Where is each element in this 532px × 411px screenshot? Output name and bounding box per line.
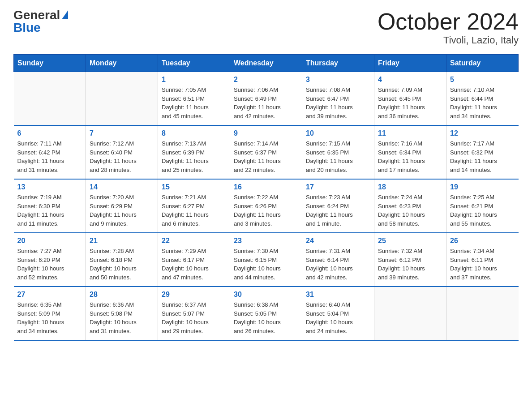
- logo-blue-text: Blue: [13, 21, 41, 34]
- day-number: 18: [378, 183, 442, 191]
- calendar-cell: 13Sunrise: 7:19 AM Sunset: 6:30 PM Dayli…: [14, 179, 86, 233]
- day-number: 1: [162, 76, 226, 84]
- calendar-cell: 20Sunrise: 7:27 AM Sunset: 6:20 PM Dayli…: [14, 233, 86, 287]
- calendar-cell: 2Sunrise: 7:06 AM Sunset: 6:49 PM Daylig…: [230, 72, 302, 126]
- weekday-header-monday: Monday: [86, 55, 158, 72]
- day-info: Sunrise: 6:40 AM Sunset: 5:04 PM Dayligh…: [306, 300, 370, 335]
- calendar-cell: 3Sunrise: 7:08 AM Sunset: 6:47 PM Daylig…: [302, 72, 374, 126]
- calendar-cell: [374, 287, 446, 340]
- day-number: 20: [17, 237, 82, 245]
- day-number: 24: [306, 237, 370, 245]
- calendar-cell: 22Sunrise: 7:29 AM Sunset: 6:17 PM Dayli…: [158, 233, 230, 287]
- calendar-cell: 23Sunrise: 7:30 AM Sunset: 6:15 PM Dayli…: [230, 233, 302, 287]
- day-number: 29: [162, 291, 226, 299]
- day-info: Sunrise: 7:32 AM Sunset: 6:12 PM Dayligh…: [378, 247, 442, 282]
- calendar-cell: 17Sunrise: 7:23 AM Sunset: 6:24 PM Dayli…: [302, 179, 374, 233]
- day-info: Sunrise: 7:24 AM Sunset: 6:23 PM Dayligh…: [378, 193, 442, 228]
- calendar-cell: 14Sunrise: 7:20 AM Sunset: 6:29 PM Dayli…: [86, 179, 158, 233]
- day-info: Sunrise: 7:22 AM Sunset: 6:26 PM Dayligh…: [234, 193, 298, 228]
- day-info: Sunrise: 7:05 AM Sunset: 6:51 PM Dayligh…: [162, 86, 226, 120]
- day-info: Sunrise: 7:15 AM Sunset: 6:35 PM Dayligh…: [306, 139, 370, 174]
- day-info: Sunrise: 7:14 AM Sunset: 6:37 PM Dayligh…: [234, 139, 298, 174]
- calendar-cell: 6Sunrise: 7:11 AM Sunset: 6:42 PM Daylig…: [14, 125, 86, 179]
- week-row-4: 20Sunrise: 7:27 AM Sunset: 6:20 PM Dayli…: [14, 233, 519, 287]
- calendar-cell: 21Sunrise: 7:28 AM Sunset: 6:18 PM Dayli…: [86, 233, 158, 287]
- day-number: 8: [162, 129, 226, 137]
- day-info: Sunrise: 7:31 AM Sunset: 6:14 PM Dayligh…: [306, 247, 370, 282]
- day-info: Sunrise: 7:28 AM Sunset: 6:18 PM Dayligh…: [90, 247, 154, 282]
- day-number: 25: [378, 237, 442, 245]
- day-info: Sunrise: 7:08 AM Sunset: 6:47 PM Dayligh…: [306, 86, 370, 120]
- day-number: 3: [306, 76, 370, 84]
- day-info: Sunrise: 7:25 AM Sunset: 6:21 PM Dayligh…: [450, 193, 515, 228]
- day-number: 17: [306, 183, 370, 191]
- day-number: 6: [17, 129, 82, 137]
- calendar-cell: 28Sunrise: 6:36 AM Sunset: 5:08 PM Dayli…: [86, 287, 158, 340]
- calendar-cell: 4Sunrise: 7:09 AM Sunset: 6:45 PM Daylig…: [374, 72, 446, 126]
- day-info: Sunrise: 7:12 AM Sunset: 6:40 PM Dayligh…: [90, 139, 154, 174]
- day-number: 31: [306, 291, 370, 299]
- day-number: 9: [234, 129, 298, 137]
- day-number: 2: [234, 76, 298, 84]
- day-info: Sunrise: 7:27 AM Sunset: 6:20 PM Dayligh…: [17, 247, 82, 282]
- day-number: 14: [90, 183, 154, 191]
- calendar-table: SundayMondayTuesdayWednesdayThursdayFrid…: [13, 54, 519, 341]
- day-number: 10: [306, 129, 370, 137]
- calendar-cell: [446, 287, 519, 340]
- month-title: October 2024: [378, 9, 519, 34]
- calendar-cell: 29Sunrise: 6:37 AM Sunset: 5:07 PM Dayli…: [158, 287, 230, 340]
- calendar-cell: [14, 72, 86, 126]
- weekday-header-row: SundayMondayTuesdayWednesdayThursdayFrid…: [14, 55, 519, 72]
- week-row-2: 6Sunrise: 7:11 AM Sunset: 6:42 PM Daylig…: [14, 125, 519, 179]
- page-header: General Blue October 2024 Tivoli, Lazio,…: [13, 9, 519, 46]
- logo: General Blue: [13, 9, 68, 34]
- logo-triangle-icon: [62, 10, 68, 19]
- day-number: 30: [234, 291, 298, 299]
- calendar-cell: 8Sunrise: 7:13 AM Sunset: 6:39 PM Daylig…: [158, 125, 230, 179]
- day-info: Sunrise: 6:36 AM Sunset: 5:08 PM Dayligh…: [90, 300, 154, 335]
- calendar-cell: 5Sunrise: 7:10 AM Sunset: 6:44 PM Daylig…: [446, 72, 519, 126]
- weekday-header-thursday: Thursday: [302, 55, 374, 72]
- calendar-cell: 30Sunrise: 6:38 AM Sunset: 5:05 PM Dayli…: [230, 287, 302, 340]
- day-number: 23: [234, 237, 298, 245]
- day-number: 22: [162, 237, 226, 245]
- day-info: Sunrise: 7:10 AM Sunset: 6:44 PM Dayligh…: [450, 86, 515, 120]
- day-number: 11: [378, 129, 442, 137]
- day-info: Sunrise: 7:13 AM Sunset: 6:39 PM Dayligh…: [162, 139, 226, 174]
- day-info: Sunrise: 6:38 AM Sunset: 5:05 PM Dayligh…: [234, 300, 298, 335]
- day-info: Sunrise: 7:34 AM Sunset: 6:11 PM Dayligh…: [450, 247, 515, 282]
- day-number: 13: [17, 183, 82, 191]
- logo-general-text: General: [13, 9, 60, 21]
- day-info: Sunrise: 7:23 AM Sunset: 6:24 PM Dayligh…: [306, 193, 370, 228]
- day-info: Sunrise: 7:17 AM Sunset: 6:32 PM Dayligh…: [450, 139, 515, 174]
- location: Tivoli, Lazio, Italy: [378, 34, 519, 46]
- day-info: Sunrise: 7:30 AM Sunset: 6:15 PM Dayligh…: [234, 247, 298, 282]
- day-info: Sunrise: 6:37 AM Sunset: 5:07 PM Dayligh…: [162, 300, 226, 335]
- weekday-header-sunday: Sunday: [14, 55, 86, 72]
- weekday-header-saturday: Saturday: [446, 55, 519, 72]
- day-number: 27: [17, 291, 82, 299]
- day-number: 16: [234, 183, 298, 191]
- day-info: Sunrise: 7:11 AM Sunset: 6:42 PM Dayligh…: [17, 139, 82, 174]
- day-info: Sunrise: 7:20 AM Sunset: 6:29 PM Dayligh…: [90, 193, 154, 228]
- day-info: Sunrise: 7:21 AM Sunset: 6:27 PM Dayligh…: [162, 193, 226, 228]
- calendar-cell: 7Sunrise: 7:12 AM Sunset: 6:40 PM Daylig…: [86, 125, 158, 179]
- day-number: 7: [90, 129, 154, 137]
- day-info: Sunrise: 7:19 AM Sunset: 6:30 PM Dayligh…: [17, 193, 82, 228]
- calendar-cell: 25Sunrise: 7:32 AM Sunset: 6:12 PM Dayli…: [374, 233, 446, 287]
- day-number: 15: [162, 183, 226, 191]
- calendar-cell: 12Sunrise: 7:17 AM Sunset: 6:32 PM Dayli…: [446, 125, 519, 179]
- calendar-cell: 27Sunrise: 6:35 AM Sunset: 5:09 PM Dayli…: [14, 287, 86, 340]
- calendar-cell: 9Sunrise: 7:14 AM Sunset: 6:37 PM Daylig…: [230, 125, 302, 179]
- week-row-3: 13Sunrise: 7:19 AM Sunset: 6:30 PM Dayli…: [14, 179, 519, 233]
- day-info: Sunrise: 7:29 AM Sunset: 6:17 PM Dayligh…: [162, 247, 226, 282]
- day-number: 19: [450, 183, 515, 191]
- calendar-cell: 26Sunrise: 7:34 AM Sunset: 6:11 PM Dayli…: [446, 233, 519, 287]
- calendar-cell: 18Sunrise: 7:24 AM Sunset: 6:23 PM Dayli…: [374, 179, 446, 233]
- day-number: 26: [450, 237, 515, 245]
- calendar-cell: 10Sunrise: 7:15 AM Sunset: 6:35 PM Dayli…: [302, 125, 374, 179]
- weekday-header-wednesday: Wednesday: [230, 55, 302, 72]
- calendar-cell: 1Sunrise: 7:05 AM Sunset: 6:51 PM Daylig…: [158, 72, 230, 126]
- weekday-header-tuesday: Tuesday: [158, 55, 230, 72]
- calendar-cell: 11Sunrise: 7:16 AM Sunset: 6:34 PM Dayli…: [374, 125, 446, 179]
